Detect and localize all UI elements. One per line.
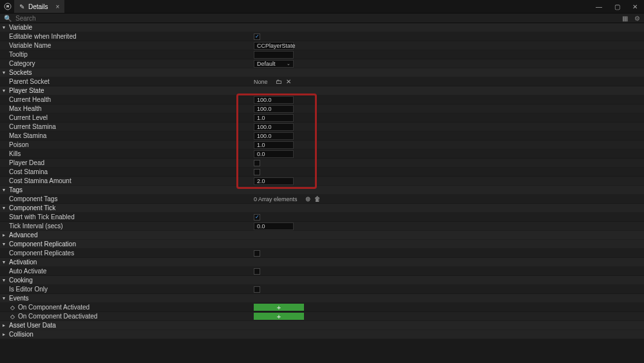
- close-window-button[interactable]: ✕: [626, 3, 644, 10]
- checkbox-editable-inherited[interactable]: ✓: [254, 34, 260, 40]
- chevron-down-icon: ⌄: [287, 61, 290, 66]
- input-current-stamina[interactable]: 100.0: [254, 123, 294, 131]
- details-tab[interactable]: ✎ Details ×: [14, 0, 64, 13]
- checkbox-auto-activate[interactable]: [254, 268, 260, 275]
- maximize-button[interactable]: ▢: [608, 3, 626, 10]
- chevron-down-icon[interactable]: ▾: [3, 25, 9, 30]
- section-sockets[interactable]: ▾ Sockets: [0, 68, 644, 77]
- section-asset-user-data[interactable]: ▸ Asset User Data: [0, 321, 644, 330]
- row-auto-activate: Auto Activate: [0, 267, 644, 276]
- search-icon: 🔍: [4, 15, 12, 22]
- add-event-activated-button[interactable]: +: [254, 304, 304, 311]
- section-player-state[interactable]: ▾ Player State: [0, 86, 644, 95]
- section-advanced[interactable]: ▸ Advanced: [0, 231, 644, 240]
- input-tick-interval[interactable]: 0.0: [254, 222, 294, 230]
- input-current-level[interactable]: 1.0: [254, 114, 294, 122]
- chevron-down-icon[interactable]: ▾: [3, 205, 9, 211]
- row-editable-when-inherited: Editable when Inherited ✓: [0, 32, 644, 41]
- section-component-tick[interactable]: ▾ Component Tick: [0, 204, 644, 213]
- section-variable[interactable]: ▾ Variable: [0, 23, 644, 32]
- unreal-logo-icon: [3, 1, 13, 12]
- row-current-health: Current Health 100.0: [0, 95, 644, 104]
- chevron-right-icon[interactable]: ▸: [3, 322, 9, 328]
- row-kills: Kills 0.0: [0, 150, 644, 159]
- checkbox-player-dead[interactable]: [254, 160, 260, 166]
- chevron-down-icon[interactable]: ▾: [3, 70, 9, 75]
- row-on-component-deactivated: ◇On Component Deactivated +: [0, 312, 644, 321]
- settings-gear-icon[interactable]: ⚙: [634, 15, 640, 22]
- row-variable-name: Variable Name CCPlayerState: [0, 41, 644, 50]
- row-category: Category Default⌄: [0, 59, 644, 68]
- browse-socket-icon[interactable]: 🗀: [276, 78, 282, 85]
- event-diamond-icon: ◇: [9, 304, 15, 311]
- row-poison: Poison 1.0: [0, 141, 644, 150]
- row-start-tick-enabled: Start with Tick Enabled ✓: [0, 213, 644, 222]
- pencil-icon: ✎: [19, 3, 24, 10]
- section-component-replication[interactable]: ▾ Component Replication: [0, 240, 644, 249]
- tab-label: Details: [28, 3, 48, 10]
- section-tags[interactable]: ▾ Tags: [0, 186, 644, 195]
- row-max-health: Max Health 100.0: [0, 104, 644, 113]
- chevron-right-icon[interactable]: ▸: [3, 232, 9, 238]
- add-event-deactivated-button[interactable]: +: [254, 313, 304, 320]
- checkbox-editor-only[interactable]: [254, 286, 260, 293]
- chevron-down-icon[interactable]: ▾: [3, 277, 9, 283]
- row-on-component-activated: ◇On Component Activated +: [0, 303, 644, 312]
- row-current-stamina: Current Stamina 100.0: [0, 123, 644, 132]
- chevron-down-icon[interactable]: ▾: [3, 88, 9, 93]
- close-tab-icon[interactable]: ×: [56, 3, 60, 10]
- combo-category[interactable]: Default⌄: [254, 60, 294, 68]
- input-max-stamina[interactable]: 100.0: [254, 132, 294, 140]
- row-current-level: Current Level 1.0: [0, 113, 644, 123]
- checkbox-replicates[interactable]: [254, 250, 260, 257]
- search-input[interactable]: [15, 15, 616, 22]
- input-kills[interactable]: 0.0: [254, 150, 294, 158]
- row-player-dead: Player Dead: [0, 159, 644, 168]
- chevron-down-icon[interactable]: ▾: [3, 241, 9, 247]
- input-variable-name[interactable]: CCPlayerState: [254, 42, 294, 50]
- row-cost-stamina: Cost Stamina: [0, 168, 644, 177]
- row-component-tags: Component Tags 0 Array elements ⊕ 🗑: [0, 195, 644, 204]
- array-count: 0 Array elements: [254, 196, 298, 202]
- row-tick-interval: Tick Interval (secs) 0.0: [0, 222, 644, 231]
- input-max-health[interactable]: 100.0: [254, 105, 294, 113]
- section-activation[interactable]: ▾ Activation: [0, 258, 644, 267]
- chevron-down-icon[interactable]: ▾: [3, 187, 9, 193]
- row-cost-stamina-amount: Cost Stamina Amount 2.0: [0, 177, 644, 186]
- parent-socket-value: None: [254, 79, 268, 85]
- section-collision[interactable]: ▸ Collision: [0, 330, 644, 339]
- row-max-stamina: Max Stamina 100.0: [0, 132, 644, 141]
- clear-array-icon[interactable]: 🗑: [314, 195, 321, 202]
- input-tooltip[interactable]: [254, 51, 294, 59]
- event-diamond-icon: ◇: [9, 313, 15, 320]
- chevron-right-icon[interactable]: ▸: [3, 331, 9, 337]
- input-poison[interactable]: 1.0: [254, 141, 294, 149]
- view-options-icon[interactable]: ▦: [622, 15, 628, 22]
- input-current-health[interactable]: 100.0: [254, 96, 294, 104]
- checkbox-cost-stamina[interactable]: [254, 169, 260, 175]
- clear-socket-icon[interactable]: ✕: [286, 78, 291, 85]
- row-editor-only: Is Editor Only: [0, 285, 644, 294]
- section-cooking[interactable]: ▾ Cooking: [0, 276, 644, 285]
- chevron-down-icon[interactable]: ▾: [3, 295, 9, 301]
- section-events[interactable]: ▾ Events: [0, 294, 644, 303]
- chevron-down-icon[interactable]: ▾: [3, 259, 9, 265]
- input-cost-stamina-amount[interactable]: 2.0: [254, 177, 294, 185]
- row-tooltip: Tooltip: [0, 50, 644, 59]
- add-array-element-icon[interactable]: ⊕: [305, 195, 310, 202]
- checkbox-tick-enabled[interactable]: ✓: [254, 214, 260, 221]
- row-parent-socket: Parent Socket None 🗀 ✕: [0, 77, 644, 86]
- row-component-replicates: Component Replicates: [0, 249, 644, 258]
- minimize-button[interactable]: —: [590, 3, 608, 10]
